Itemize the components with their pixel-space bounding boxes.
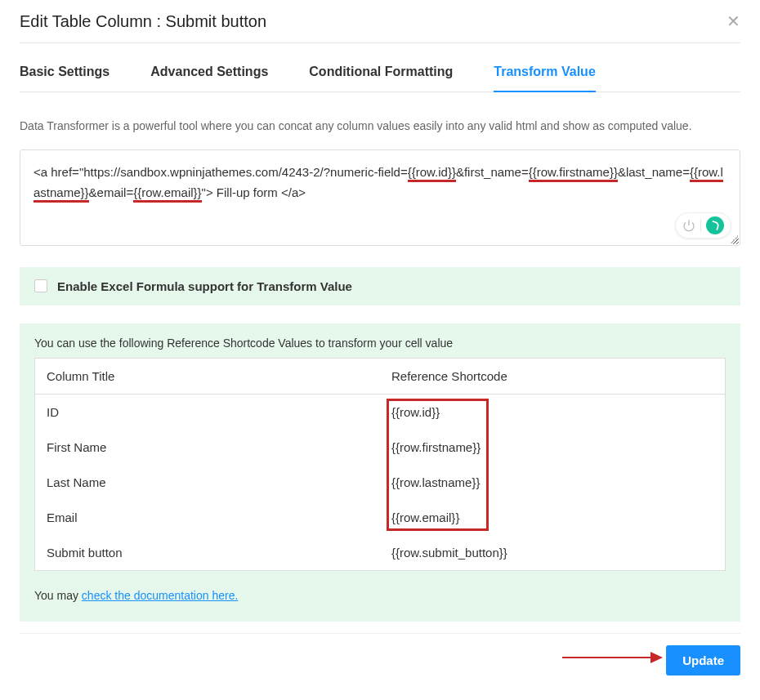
col-ref-cell: {{row.submit_button}} bbox=[380, 535, 726, 571]
modal-title: Edit Table Column : Submit button bbox=[20, 12, 266, 31]
shortcode-table: Column Title Reference Shortcode ID{{row… bbox=[34, 358, 726, 571]
col-title-header: Column Title bbox=[35, 358, 381, 394]
tab-transform[interactable]: Transform Value bbox=[494, 65, 596, 92]
transform-code-input[interactable]: <a href="https://sandbox.wpninjathemes.c… bbox=[20, 149, 740, 246]
col-ref-cell: {{row.lastname}} bbox=[380, 465, 726, 500]
grammarly-icon bbox=[706, 216, 724, 234]
col-ref-cell: {{row.id}} bbox=[380, 394, 726, 430]
col-ref-header: Reference Shortcode bbox=[380, 358, 726, 394]
excel-formula-label: Enable Excel Formula support for Transfo… bbox=[57, 279, 352, 293]
tab-conditional[interactable]: Conditional Formatting bbox=[309, 65, 453, 92]
col-ref-cell: {{row.firstname}} bbox=[380, 430, 726, 465]
resize-handle-icon[interactable] bbox=[730, 235, 738, 243]
shortcode-panel: You can use the following Reference Shor… bbox=[20, 323, 740, 622]
annotation-arrow-icon bbox=[561, 645, 663, 670]
svg-marker-2 bbox=[650, 652, 663, 663]
close-icon[interactable]: ✕ bbox=[726, 11, 740, 31]
col-ref-cell: {{row.email}} bbox=[380, 500, 726, 535]
excel-formula-checkbox[interactable] bbox=[34, 279, 47, 292]
documentation-link[interactable]: check the documentation here. bbox=[82, 589, 238, 602]
col-title-cell: ID bbox=[35, 394, 381, 430]
excel-formula-panel: Enable Excel Formula support for Transfo… bbox=[20, 267, 740, 305]
grammarly-widget[interactable] bbox=[675, 212, 731, 239]
table-row: Submit button{{row.submit_button}} bbox=[35, 535, 726, 571]
table-row: Last Name{{row.lastname}} bbox=[35, 465, 726, 500]
col-title-cell: Submit button bbox=[35, 535, 381, 571]
power-icon bbox=[682, 219, 695, 232]
doc-row: You may check the documentation here. bbox=[34, 589, 726, 602]
col-title-cell: Email bbox=[35, 500, 381, 535]
tab-basic[interactable]: Basic Settings bbox=[20, 65, 110, 92]
transform-description: Data Transformer is a powerful tool wher… bbox=[20, 117, 740, 136]
shortcode-description: You can use the following Reference Shor… bbox=[34, 337, 726, 350]
table-row: ID{{row.id}} bbox=[35, 394, 726, 430]
tab-advanced[interactable]: Advanced Settings bbox=[150, 65, 268, 92]
code-text: <a href="https://sandbox.wpninjathemes.c… bbox=[34, 165, 723, 203]
update-button[interactable]: Update bbox=[666, 645, 740, 675]
table-row: First Name{{row.firstname}} bbox=[35, 430, 726, 465]
col-title-cell: First Name bbox=[35, 430, 381, 465]
tabs: Basic Settings Advanced Settings Conditi… bbox=[20, 65, 740, 92]
table-row: Email{{row.email}} bbox=[35, 500, 726, 535]
col-title-cell: Last Name bbox=[35, 465, 381, 500]
